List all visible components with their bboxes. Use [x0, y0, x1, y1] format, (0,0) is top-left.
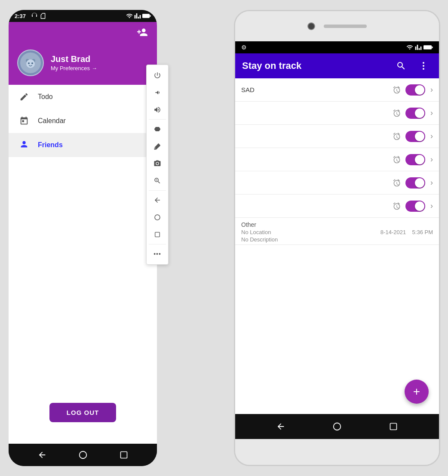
right-recents-button[interactable]: [388, 421, 399, 432]
camera-button[interactable]: [148, 155, 167, 172]
list-item[interactable]: ›: [235, 102, 439, 125]
home-button[interactable]: [78, 450, 88, 460]
toggle-info[interactable]: [405, 201, 425, 212]
toggle-2[interactable]: [405, 108, 425, 119]
right-phone: ⚙ Stay on track: [234, 10, 440, 466]
right-signal-icon: [415, 44, 422, 51]
profile-info: Just Brad My Preferences →: [51, 54, 97, 71]
sidebar-item-friends[interactable]: Friends: [9, 133, 157, 157]
circle-nav-button[interactable]: [148, 209, 167, 226]
app-title: Stay on track: [242, 60, 387, 71]
sidebar-item-todo[interactable]: Todo: [9, 85, 157, 109]
left-nav-bar: [9, 444, 157, 466]
svg-rect-18: [390, 423, 397, 430]
front-camera: [307, 22, 315, 30]
svg-rect-0: [142, 14, 150, 18]
avatar: [17, 49, 44, 76]
svg-point-15: [423, 65, 424, 67]
location-label: No Location: [241, 229, 271, 235]
list-item[interactable]: SAD ›: [235, 78, 439, 102]
toggle-1[interactable]: [405, 84, 425, 96]
items-list: SAD › ›: [235, 78, 439, 371]
alarm-icon-3: [393, 132, 401, 141]
recents-button[interactable]: [119, 450, 129, 460]
toggle-5[interactable]: [405, 177, 425, 189]
calendar-label: Calendar: [38, 117, 66, 125]
gear-icon: ⚙: [241, 44, 247, 51]
left-app-header: [9, 22, 157, 43]
sim-icon: [40, 12, 46, 19]
alarm-icon-5: [393, 179, 401, 187]
svg-rect-9: [120, 452, 127, 458]
right-bottom-chassis: [235, 439, 439, 465]
list-item[interactable]: ›: [235, 148, 439, 171]
chevron-1[interactable]: ›: [430, 85, 433, 94]
right-wifi-icon: [406, 44, 413, 51]
square-nav-button[interactable]: [148, 226, 167, 243]
right-home-button[interactable]: [332, 421, 342, 432]
friends-icon: [19, 140, 29, 150]
alarm-icon-info: [393, 202, 401, 210]
chevron-info[interactable]: ›: [430, 201, 433, 210]
camera-area: [235, 11, 439, 41]
alarm-icon-2: [393, 109, 401, 117]
volume-down-button[interactable]: [148, 84, 167, 101]
more-tools-button[interactable]: •••: [148, 245, 167, 263]
chevron-5[interactable]: ›: [430, 178, 433, 187]
volume-up-button[interactable]: [148, 101, 167, 118]
right-status-bar: ⚙: [235, 41, 439, 53]
svg-rect-1: [150, 15, 151, 17]
right-status-icons: [126, 12, 151, 19]
toggle-4[interactable]: [405, 154, 425, 165]
fab-button[interactable]: +: [405, 380, 429, 404]
search-button[interactable]: [393, 57, 410, 74]
battery-icon: [142, 13, 151, 19]
profile-name: Just Brad: [51, 54, 97, 64]
right-back-button[interactable]: [276, 421, 286, 432]
zoom-button[interactable]: [148, 172, 167, 189]
profile-section: Just Brad My Preferences →: [9, 43, 157, 85]
pencil-icon: [19, 92, 29, 102]
list-item[interactable]: ›: [235, 125, 439, 148]
list-item[interactable]: ›: [235, 171, 439, 195]
meta-line: No Location 8-14-2021 5:36 PM: [241, 229, 433, 235]
tag-button[interactable]: [148, 121, 167, 138]
svg-point-16: [423, 68, 424, 70]
eraser-button[interactable]: [148, 138, 167, 155]
power-button[interactable]: [148, 67, 167, 84]
nav-list: Todo Calendar Friends: [9, 85, 157, 386]
chevron-2[interactable]: ›: [430, 108, 433, 117]
toggle-3[interactable]: [405, 131, 425, 142]
info-list-row[interactable]: ›: [235, 195, 439, 218]
right-app-screen: ⚙ Stay on track: [235, 41, 439, 414]
sidebar-item-calendar[interactable]: Calendar: [9, 109, 157, 133]
description-label: No Description: [241, 236, 433, 243]
logout-button[interactable]: LOG OUT: [49, 403, 116, 422]
friends-label: Friends: [38, 141, 63, 149]
wifi-icon: [126, 12, 133, 19]
svg-point-14: [423, 62, 424, 64]
status-icons: [31, 12, 46, 19]
svg-point-17: [334, 423, 341, 430]
toolbar-divider-1: [149, 119, 166, 120]
svg-point-5: [26, 59, 35, 68]
calendar-icon: [19, 116, 29, 126]
svg-point-10: [155, 215, 160, 220]
profile-preferences[interactable]: My Preferences →: [51, 65, 97, 71]
add-friend-button[interactable]: [134, 24, 151, 41]
info-section: Other No Location 8-14-2021 5:36 PM No D…: [235, 218, 439, 245]
svg-rect-11: [155, 232, 160, 237]
fab-area: +: [235, 371, 439, 414]
more-options-button[interactable]: [415, 57, 432, 74]
chevron-4[interactable]: ›: [430, 155, 433, 164]
svg-rect-13: [432, 46, 433, 48]
chevron-3[interactable]: ›: [430, 132, 433, 141]
logout-area: LOG OUT: [9, 386, 157, 444]
back-nav-button[interactable]: [148, 192, 167, 209]
right-battery-icon: [423, 44, 433, 50]
left-phone: 2:37: [9, 10, 157, 466]
back-button[interactable]: [37, 450, 47, 460]
date-time: 8-14-2021 5:36 PM: [380, 229, 433, 235]
item-label-1: SAD: [241, 86, 388, 93]
svg-point-8: [79, 451, 86, 459]
